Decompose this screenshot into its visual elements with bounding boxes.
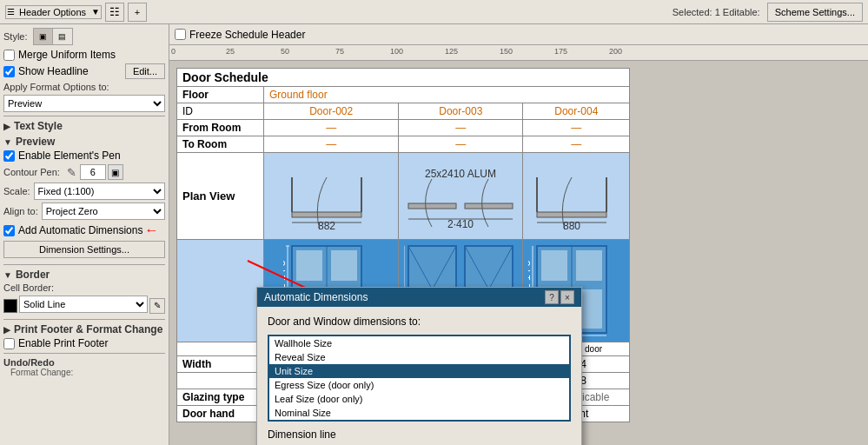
text-style-label: Text Style <box>14 120 63 132</box>
merge-uniform-row: Merge Uniform Items <box>3 49 165 61</box>
freeze-bar: Freeze Schedule Header <box>169 24 868 45</box>
ruler: 0 25 50 75 100 125 150 175 200 <box>169 45 868 61</box>
contour-pen-label: Contour Pen: <box>3 167 60 177</box>
enable-pen-row: Enable Element's Pen <box>3 149 165 162</box>
option-nominal[interactable]: Nominal Size <box>269 406 569 420</box>
border-color-swatch[interactable] <box>3 299 17 313</box>
auto-dim-checkbox[interactable] <box>3 225 15 236</box>
schedule-area[interactable]: Door Schedule Floor Ground floor ID Door… <box>169 61 868 445</box>
align-select[interactable]: Project Zero <box>42 203 165 220</box>
selected-info: Selected: 1 Editable: <box>673 7 760 17</box>
grid-icon-btn[interactable]: ☷ <box>105 3 124 22</box>
apply-format-row: Apply Format Options to: <box>3 82 165 92</box>
border-label: Border <box>16 269 50 281</box>
format-change-label: Format Change: <box>10 368 165 377</box>
dimension-line-label: Dimension line <box>268 428 336 441</box>
text-style-section[interactable]: ▶ Text Style <box>3 120 165 132</box>
enable-print-footer-row: Enable Print Footer <box>3 337 165 349</box>
merge-uniform-label: Merge Uniform Items <box>18 49 116 61</box>
preview-arrow: ▼ <box>3 137 12 147</box>
modal-titlebar: Automatic Dimensions ? × <box>257 288 581 307</box>
freeze-header-checkbox[interactable] <box>175 29 186 40</box>
border-color-row: Solid Line ✎ <box>3 296 165 315</box>
cell-border-row: Cell Border: <box>3 282 165 293</box>
undo-label: Undo/Redo <box>3 357 165 368</box>
modal-overlay: Automatic Dimensions ? × Door and Window… <box>169 61 868 445</box>
text-style-arrow: ▶ <box>3 122 10 131</box>
modal-titlebar-buttons: ? × <box>545 290 574 304</box>
option-reveal[interactable]: Reveal Size <box>269 350 569 364</box>
border-section[interactable]: ▼ Border <box>3 269 165 281</box>
border-style-select[interactable]: Solid Line <box>19 296 148 313</box>
enable-print-footer-checkbox[interactable] <box>3 338 15 349</box>
top-toolbar: ☰ Header Options ▼ ☷ + Selected: 1 Edita… <box>0 0 868 24</box>
top-right-area: Selected: 1 Editable: Scheme Settings... <box>673 3 863 22</box>
pen-icon: ✎ <box>67 166 76 179</box>
dropdown-row: Wallhole Size Reveal Size Unit Size Egre… <box>268 335 571 422</box>
show-headline-checkbox[interactable] <box>3 66 15 77</box>
door-window-label: Door and Window dimensions to: <box>268 315 421 328</box>
option-wallhole[interactable]: Wallhole Size <box>269 336 569 350</box>
dimension-dropdown[interactable]: Wallhole Size Reveal Size Unit Size Egre… <box>268 335 571 422</box>
style-btn-2[interactable]: ▤ <box>53 29 72 44</box>
dim-settings-button[interactable]: Dimension Settings... <box>3 241 165 258</box>
border-pen-btn[interactable]: ✎ <box>149 298 165 314</box>
scale-select[interactable]: Fixed (1:100) <box>34 183 165 200</box>
align-row: Align to: Project Zero <box>3 203 165 220</box>
automatic-dimensions-dialog: Automatic Dimensions ? × Door and Window… <box>256 287 582 445</box>
pen-color-btn[interactable]: ▣ <box>108 164 123 180</box>
dimension-line-row: Dimension line <box>268 428 571 441</box>
contour-pen-row: Contour Pen: ✎ ▣ <box>3 164 165 180</box>
apply-format-label: Apply Format Options to: <box>3 82 109 92</box>
main-content: Style: ▣ ▤ Merge Uniform Items Show Head… <box>0 24 868 445</box>
undo-section: Undo/Redo Format Change: <box>3 357 165 377</box>
show-headline-label: Show Headline <box>18 65 89 77</box>
option-leaf[interactable]: Leaf Size (door only) <box>269 392 569 406</box>
auto-dim-row: Add Automatic Dimensions ← <box>3 222 165 238</box>
print-footer-section[interactable]: ▶ Print Footer & Format Change <box>3 323 165 335</box>
style-label: Style: <box>3 31 28 42</box>
red-arrow-indicator: ← <box>144 222 158 238</box>
modal-question-btn[interactable]: ? <box>545 290 559 304</box>
style-buttons: ▣ ▤ <box>33 28 73 45</box>
header-options-section: ☰ Header Options ▼ <box>5 5 102 19</box>
edit-button[interactable]: Edit... <box>125 63 165 79</box>
door-window-row: Door and Window dimensions to: <box>268 315 571 328</box>
enable-pen-checkbox[interactable] <box>3 150 15 162</box>
left-panel: Style: ▣ ▤ Merge Uniform Items Show Head… <box>0 24 169 445</box>
apply-format-select-row: Preview <box>3 95 165 112</box>
auto-dim-label: Add Automatic Dimensions <box>18 224 142 236</box>
option-unit[interactable]: Unit Size <box>269 364 569 378</box>
preview-label: Preview <box>16 136 55 148</box>
right-area: Freeze Schedule Header 0 25 50 75 100 12… <box>169 24 868 445</box>
add-row-btn[interactable]: + <box>128 3 147 22</box>
apply-format-select[interactable]: Preview <box>3 95 165 112</box>
print-footer-arrow: ▶ <box>3 325 10 335</box>
align-label: Align to: <box>3 206 38 216</box>
merge-uniform-checkbox[interactable] <box>3 50 15 61</box>
option-egress[interactable]: Egress Size (door only) <box>269 378 569 392</box>
scale-row: Scale: Fixed (1:100) <box>3 183 165 200</box>
scale-label: Scale: <box>3 186 30 196</box>
style-btn-1[interactable]: ▣ <box>34 29 53 44</box>
scheme-settings-button[interactable]: Scheme Settings... <box>767 3 863 22</box>
freeze-header-label: Freeze Schedule Header <box>189 29 305 41</box>
preview-section[interactable]: ▼ Preview <box>3 136 165 148</box>
border-arrow: ▼ <box>3 270 12 280</box>
show-headline-row: Show Headline Edit... <box>3 63 165 79</box>
modal-body: Door and Window dimensions to: Wallhole … <box>257 307 581 445</box>
cell-border-label: Cell Border: <box>3 282 54 293</box>
print-footer-label: Print Footer & Format Change <box>14 323 162 335</box>
pen-value-input[interactable] <box>80 164 106 180</box>
enable-print-footer-label: Enable Print Footer <box>18 337 108 349</box>
enable-pen-label: Enable Element's Pen <box>18 149 121 162</box>
style-row: Style: ▣ ▤ <box>3 28 165 45</box>
header-options-label: Header Options <box>19 7 86 17</box>
modal-title: Automatic Dimensions <box>264 291 368 303</box>
modal-close-btn[interactable]: × <box>560 290 574 304</box>
